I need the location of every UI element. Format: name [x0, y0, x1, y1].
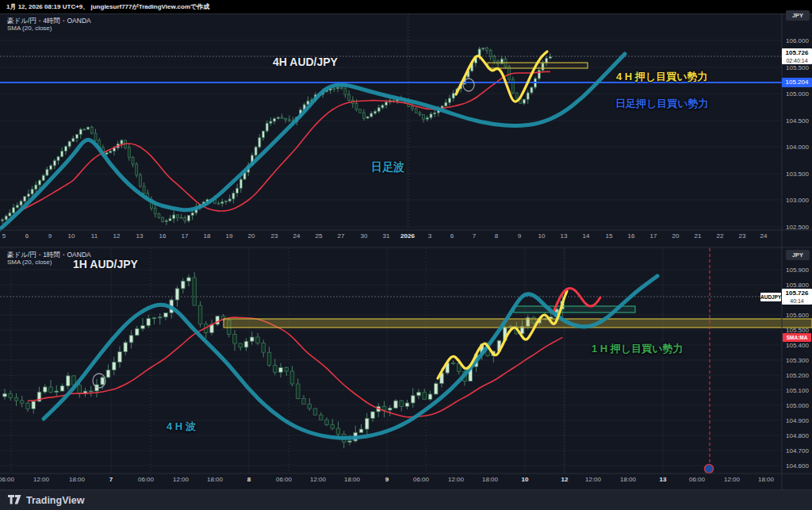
candle [313, 408, 317, 415]
time-tick-label: 6 [25, 232, 29, 240]
time-tick-label: 12:00 [173, 476, 190, 483]
candle [152, 318, 156, 319]
tradingview-logo-icon[interactable] [8, 495, 21, 505]
major-wave-drawing[interactable] [0, 54, 625, 229]
circle-annotation[interactable] [463, 79, 474, 91]
sma-line [17, 71, 550, 212]
time-tick-label: 20 [672, 232, 680, 240]
candle [221, 201, 224, 203]
candle [64, 147, 67, 151]
candle [423, 393, 427, 400]
current-price-value: 105.726 [782, 48, 812, 57]
candle [419, 113, 421, 114]
candle [337, 87, 339, 88]
candle [449, 98, 451, 102]
time-tick-label: 12:00 [310, 476, 327, 483]
annotation-daily-push: 日足押し目買い勢力 [615, 97, 709, 111]
support-band[interactable] [224, 319, 812, 328]
candle [370, 113, 373, 117]
time-tick-label: 9 [48, 232, 52, 240]
indicator-legend-4h[interactable]: SMA (20, close) [7, 25, 52, 32]
candle [228, 199, 231, 201]
time-tick-label: 06:00 [276, 476, 293, 483]
candle [53, 160, 56, 166]
candle [24, 197, 26, 201]
candle [411, 396, 415, 403]
candle [417, 393, 421, 396]
time-tick-label: 18:00 [69, 476, 86, 483]
candle [359, 429, 363, 432]
time-tick-label: 18 [204, 232, 211, 240]
time-tick-label: 12:00 [448, 476, 465, 483]
indicator-legend-1h[interactable]: SMA (20, close) [7, 259, 52, 266]
time-tick-label: 16 [159, 232, 167, 240]
candle [290, 371, 294, 384]
price-tick-label: 104.700 [786, 447, 809, 454]
candle [452, 94, 454, 98]
candle [259, 138, 261, 148]
candle [493, 56, 496, 61]
candle [20, 201, 22, 205]
major-wave-drawing[interactable] [44, 276, 657, 438]
candle [394, 401, 398, 408]
candle [377, 108, 380, 112]
candle [333, 89, 335, 90]
candle [267, 352, 271, 365]
candle [348, 94, 350, 100]
candle [60, 386, 64, 391]
candle [198, 305, 202, 324]
candle [3, 393, 7, 397]
time-tick-label: 06:00 [413, 476, 430, 483]
candle [325, 420, 329, 424]
candle [13, 208, 15, 213]
candle [61, 151, 63, 157]
time-tick-label: 22 [717, 232, 724, 240]
candle [162, 217, 164, 221]
candle [9, 213, 11, 216]
time-tick-label: 30 [361, 232, 368, 240]
candle [412, 107, 414, 109]
candle [35, 185, 37, 189]
candle [423, 114, 425, 119]
candle [385, 102, 388, 105]
time-tick-label: 24 [760, 232, 768, 240]
candle [451, 363, 455, 364]
candle [132, 157, 134, 164]
annotation-4h-wave: 4 H 波 [167, 420, 196, 434]
annotation-1h-push: 1 H 押し目買い勢力 [592, 342, 683, 356]
candle [217, 203, 220, 204]
price-tick-label: 105.300 [786, 357, 809, 364]
time-tick-label: 2026 [400, 232, 415, 240]
candle [434, 113, 436, 114]
candle [233, 335, 237, 343]
candle [340, 87, 343, 89]
currency-button-4h[interactable]: JPY [786, 10, 810, 21]
bar-countdown: 40:14 [782, 297, 812, 305]
price-tick-label: 104.500 [786, 117, 809, 125]
tradingview-wordmark[interactable]: TradingView [26, 495, 84, 506]
price-tick-label: 105.500 [786, 64, 809, 71]
time-tick-label: 17 [182, 232, 189, 240]
candle [68, 141, 71, 146]
currency-button-1h[interactable]: JPY [786, 250, 810, 260]
price-tick-label: 105.400 [786, 342, 809, 349]
header-attribution: 1月 12, 2026 08:19 UTC+9、 junglesurf777がT… [0, 0, 812, 13]
candle [101, 378, 105, 385]
candle [135, 328, 139, 336]
candle [365, 418, 369, 429]
candle [486, 48, 488, 50]
candle [359, 109, 362, 113]
event-marker-dot[interactable] [705, 465, 714, 474]
time-tick-label: 23 [271, 232, 278, 240]
annotation-daily-wave: 日足波 [371, 160, 404, 174]
candle [139, 175, 141, 186]
time-tick-label: 06:00 [138, 476, 155, 483]
sma-value-label: SMA:MA [783, 333, 811, 342]
candle [270, 121, 272, 123]
candle [256, 337, 260, 343]
time-tick-label: 10 [68, 232, 75, 240]
candle [279, 367, 283, 372]
candle [250, 337, 254, 341]
footer-bar: TradingView [0, 490, 812, 510]
time-tick-label: 11 [91, 232, 98, 240]
